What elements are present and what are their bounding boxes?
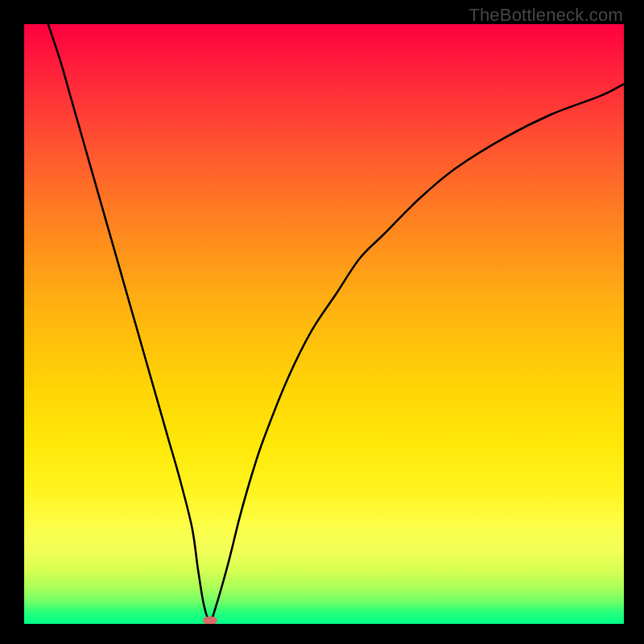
curve-path <box>48 24 624 621</box>
bottleneck-curve <box>24 24 624 624</box>
min-point-marker <box>203 617 217 624</box>
chart-plot-area <box>24 24 624 624</box>
watermark-text: TheBottleneck.com <box>469 5 623 26</box>
